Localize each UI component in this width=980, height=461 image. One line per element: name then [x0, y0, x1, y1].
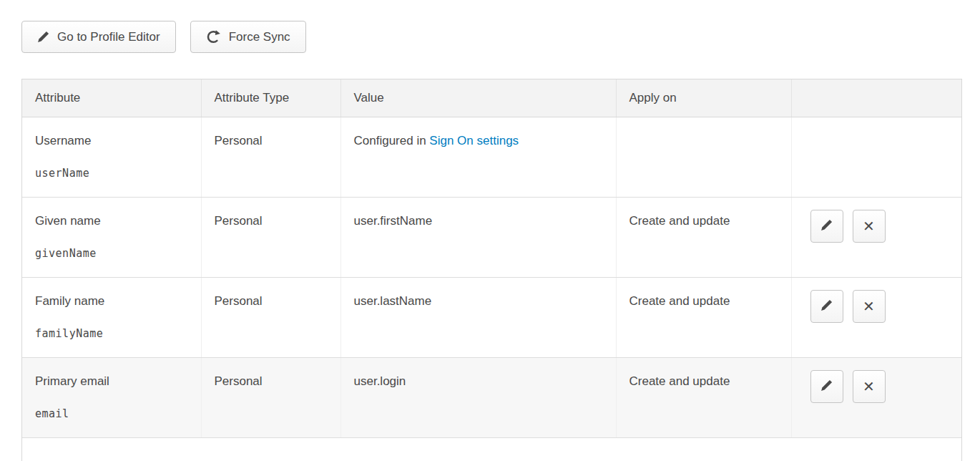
value-text: Configured in [354, 134, 430, 147]
actions-cell [791, 117, 961, 197]
apply-on-cell: Create and update [616, 357, 791, 437]
attribute-variable-name: email [35, 407, 188, 420]
attribute-type-cell: Personal [201, 117, 340, 197]
delete-attribute-button[interactable]: ✕ [853, 210, 886, 243]
actions-cell: ✕ [791, 277, 961, 357]
edit-attribute-button[interactable] [810, 210, 843, 243]
header-attribute: Attribute [22, 79, 201, 117]
attribute-cell: Family name familyName [22, 277, 201, 357]
attribute-cell: Primary email email [22, 357, 201, 437]
edit-attribute-button[interactable] [810, 290, 843, 323]
filler-cell [22, 437, 961, 461]
close-icon: ✕ [863, 299, 875, 314]
header-attribute-type: Attribute Type [201, 79, 340, 117]
attribute-type-cell: Personal [201, 357, 340, 437]
attribute-label: Family name [35, 294, 188, 309]
force-sync-label: Force Sync [229, 30, 290, 44]
toolbar: Go to Profile Editor Force Sync [0, 0, 980, 53]
refresh-icon [206, 29, 221, 44]
actions-cell: ✕ [791, 357, 961, 437]
edit-attribute-button[interactable] [810, 370, 843, 403]
delete-attribute-button[interactable]: ✕ [853, 290, 886, 323]
actions-cell: ✕ [791, 197, 961, 277]
header-apply-on: Apply on [616, 79, 791, 117]
table-row-given-name: Given name givenName Personal user.first… [22, 197, 961, 277]
force-sync-button[interactable]: Force Sync [190, 21, 306, 53]
pencil-icon [820, 379, 833, 394]
go-to-profile-editor-button[interactable]: Go to Profile Editor [21, 21, 176, 53]
pencil-icon [37, 31, 49, 43]
apply-on-cell: Create and update [616, 277, 791, 357]
attribute-variable-name: familyName [35, 327, 188, 340]
pencil-icon [820, 219, 833, 233]
sign-on-settings-link[interactable]: Sign On settings [429, 134, 519, 147]
close-icon: ✕ [863, 379, 875, 394]
attribute-type-cell: Personal [201, 197, 340, 277]
value-cell: user.login [340, 357, 616, 437]
attribute-label: Primary email [35, 374, 188, 389]
attribute-cell: Username userName [22, 117, 201, 197]
attribute-cell: Given name givenName [22, 197, 201, 277]
header-actions [791, 79, 961, 117]
attribute-variable-name: userName [35, 167, 188, 180]
table-filler-row [22, 437, 961, 461]
apply-on-cell [616, 117, 791, 197]
table-header: Attribute Attribute Type Value Apply on [22, 79, 961, 117]
header-value: Value [340, 79, 616, 117]
table-row-primary-email: Primary email email Personal user.login … [22, 357, 961, 437]
apply-on-cell: Create and update [616, 197, 791, 277]
attribute-type-cell: Personal [201, 277, 340, 357]
pencil-icon [820, 299, 833, 314]
close-icon: ✕ [863, 219, 875, 233]
delete-attribute-button[interactable]: ✕ [853, 370, 886, 403]
value-cell: Configured in Sign On settings [340, 117, 616, 197]
go-to-profile-editor-label: Go to Profile Editor [57, 30, 160, 44]
attribute-mappings-table: Attribute Attribute Type Value Apply on … [22, 79, 961, 461]
attribute-mappings-table-container: Attribute Attribute Type Value Apply on … [21, 79, 962, 461]
attribute-mappings-page: Go to Profile Editor Force Sync Attribut… [0, 0, 980, 461]
attribute-label: Given name [35, 214, 188, 228]
attribute-label: Username [35, 134, 188, 148]
attribute-variable-name: givenName [35, 247, 188, 260]
table-row-family-name: Family name familyName Personal user.las… [22, 277, 961, 357]
table-row-username: Username userName Personal Configured in… [22, 117, 961, 197]
value-cell: user.firstName [340, 197, 616, 277]
value-cell: user.lastName [340, 277, 616, 357]
